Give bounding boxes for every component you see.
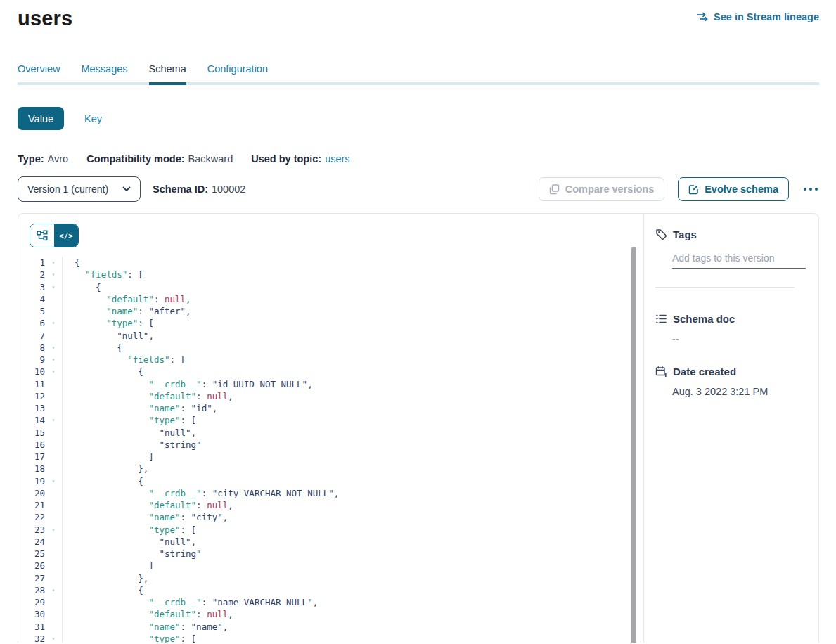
- fold-toggle-icon[interactable]: ▾: [45, 366, 62, 378]
- code-line: 3▾ {: [18, 281, 643, 293]
- code-line-content: "null",: [63, 536, 196, 548]
- code-line: 6▾ "type": [: [18, 317, 643, 329]
- fold-spacer: [45, 427, 62, 439]
- tags-section: Tags: [655, 228, 806, 288]
- date-created-value: Aug. 3 2022 3:21 PM: [672, 386, 806, 397]
- schema-sidebar: Tags Schema doc: [643, 214, 818, 643]
- line-number: 2: [18, 269, 45, 281]
- code-line-content: "name": "after",: [63, 305, 191, 317]
- line-number: 18: [18, 463, 45, 475]
- version-select[interactable]: Version 1 (current): [18, 176, 141, 202]
- sidebar-divider: [655, 287, 795, 288]
- compare-versions-label: Compare versions: [565, 183, 655, 195]
- more-actions-button[interactable]: [802, 185, 819, 193]
- evolve-schema-button[interactable]: Evolve schema: [678, 177, 789, 201]
- code-line-content: "name": "id",: [63, 402, 217, 414]
- line-number: 6: [18, 317, 45, 329]
- fold-spacer: [45, 402, 62, 414]
- fold-toggle-icon[interactable]: ▾: [45, 317, 62, 329]
- code-line: 8▾ {: [18, 342, 643, 354]
- tags-heading-row: Tags: [655, 228, 806, 240]
- compare-versions-icon: [549, 184, 560, 195]
- code-line-content: "default": null,: [63, 390, 233, 402]
- value-toggle-button[interactable]: Value: [18, 107, 64, 130]
- code-line-content: "type": [: [63, 414, 196, 426]
- key-toggle-button[interactable]: Key: [74, 107, 112, 130]
- code-line: 23▾ "type": [: [18, 524, 643, 536]
- line-number: 27: [18, 572, 45, 584]
- code-view-button[interactable]: </>: [54, 224, 78, 247]
- fold-spacer: [45, 608, 62, 620]
- compatibility-value: Backward: [188, 153, 233, 165]
- compatibility-label: Compatibility mode:: [86, 153, 184, 165]
- code-view-icon: </>: [59, 231, 73, 240]
- used-by-topic-label: Used by topic:: [251, 153, 321, 165]
- line-number: 16: [18, 439, 45, 451]
- fold-spacer: [45, 536, 62, 548]
- fold-toggle-icon[interactable]: ▾: [45, 342, 62, 354]
- code-line: 9▾ "fields": [: [18, 354, 643, 366]
- line-number: 29: [18, 596, 45, 608]
- code-line: 12 "default": null,: [18, 390, 643, 402]
- fold-spacer: [45, 305, 62, 317]
- code-line: 17 ]: [18, 451, 643, 463]
- code-line: 14▾ "type": [: [18, 414, 643, 426]
- code-line: 31 "name": "name",: [18, 621, 643, 633]
- fold-toggle-icon[interactable]: ▾: [45, 633, 62, 643]
- code-line-content: "string": [63, 548, 202, 560]
- list-icon: [655, 313, 667, 325]
- schema-id-value: 100002: [212, 183, 245, 195]
- tab-schema[interactable]: Schema: [149, 63, 186, 85]
- line-number: 31: [18, 621, 45, 633]
- stream-lineage-link[interactable]: See in Stream lineage: [697, 11, 819, 22]
- line-number: 30: [18, 608, 45, 620]
- line-number: 4: [18, 293, 45, 305]
- code-line: 27 },: [18, 572, 643, 584]
- chevron-down-icon: [122, 186, 131, 192]
- fold-toggle-icon[interactable]: ▾: [45, 354, 62, 366]
- line-number: 8: [18, 342, 45, 354]
- fold-spacer: [45, 378, 62, 390]
- code-line-content: {: [63, 281, 101, 293]
- fold-toggle-icon[interactable]: ▾: [45, 414, 62, 426]
- fold-toggle-icon[interactable]: ▾: [45, 584, 62, 596]
- tree-view-button[interactable]: [30, 224, 54, 247]
- add-tags-input[interactable]: [672, 252, 806, 269]
- tab-messages[interactable]: Messages: [81, 63, 127, 82]
- code-line: 19▾ {: [18, 475, 643, 487]
- fold-toggle-icon[interactable]: ▾: [45, 475, 62, 487]
- tab-configuration[interactable]: Configuration: [207, 63, 268, 82]
- code-line-content: ]: [63, 560, 154, 572]
- calendar-add-icon: [655, 366, 667, 378]
- fold-toggle-icon[interactable]: ▾: [45, 524, 62, 536]
- code-line-content: ]: [63, 451, 154, 463]
- line-number: 23: [18, 524, 45, 536]
- fold-toggle-icon[interactable]: ▾: [45, 257, 62, 269]
- code-line-content: "default": null,: [63, 608, 233, 620]
- used-by-topic-link[interactable]: users: [325, 153, 349, 165]
- code-line-content: },: [63, 463, 148, 475]
- fold-spacer: [45, 439, 62, 451]
- schema-doc-value: --: [672, 333, 806, 344]
- date-created-heading-row: Date created: [655, 366, 806, 378]
- fold-toggle-icon[interactable]: ▾: [45, 281, 62, 293]
- used-by-topic-pair: Used by topic: users: [251, 153, 349, 165]
- fold-spacer: [45, 572, 62, 584]
- line-number: 22: [18, 511, 45, 523]
- stream-lineage-label: See in Stream lineage: [714, 11, 819, 22]
- schema-doc-heading: Schema doc: [673, 313, 735, 325]
- editor-scrollbar[interactable]: [631, 247, 636, 643]
- tab-overview[interactable]: Overview: [18, 63, 60, 82]
- line-number: 3: [18, 281, 45, 293]
- schema-actions: Compare versions Evolve schema: [539, 177, 819, 201]
- fold-toggle-icon[interactable]: ▾: [45, 269, 62, 281]
- page-title: users: [18, 7, 72, 30]
- code-line-content: "string": [63, 439, 202, 451]
- fold-spacer: [45, 487, 62, 499]
- compare-versions-button[interactable]: Compare versions: [539, 177, 665, 201]
- fold-spacer: [45, 330, 62, 342]
- fold-spacer: [45, 621, 62, 633]
- schema-code[interactable]: 1▾{2▾ "fields": [3▾ {4 "default": null,5…: [18, 257, 643, 643]
- code-line-content: "type": [: [63, 317, 154, 329]
- fold-spacer: [45, 499, 62, 511]
